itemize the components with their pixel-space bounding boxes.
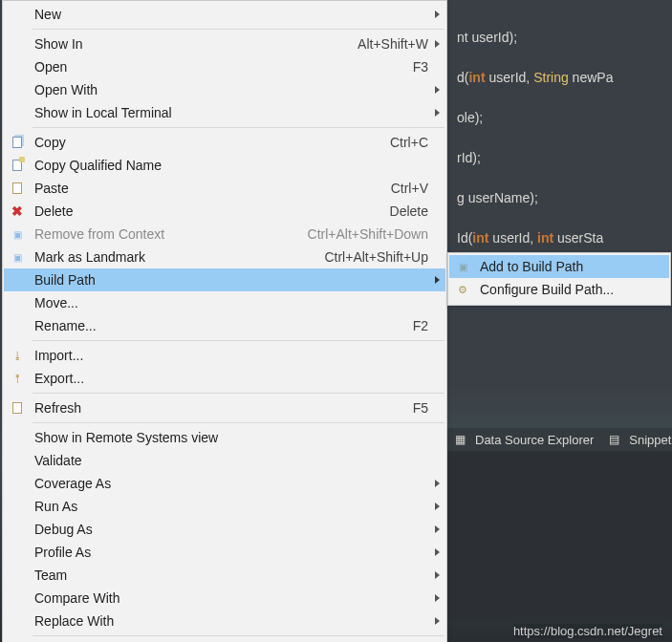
paste-icon <box>10 181 25 196</box>
code-line: nt userId); <box>457 30 517 45</box>
separator <box>33 127 444 128</box>
chevron-right-icon <box>435 617 440 625</box>
menu-run-as[interactable]: Run As <box>4 495 445 518</box>
menu-shortcut: Ctrl+C <box>390 135 428 150</box>
views-tab-bar: ▦ Data Source Explorer ▤ Snippet <box>447 428 672 451</box>
import-icon: ⭳ <box>10 348 25 363</box>
code-line: rId); <box>457 150 481 165</box>
menu-shortcut: Ctrl+Alt+Shift+Down <box>308 226 428 242</box>
menu-label: Configure Build Path... <box>480 282 660 297</box>
menu-label: Validate <box>34 453 428 468</box>
menu-label: Show in Local Terminal <box>34 105 428 120</box>
chevron-right-icon <box>435 548 440 556</box>
snippets-icon: ▤ <box>609 433 619 446</box>
export-icon: ⭱ <box>10 371 25 386</box>
menu-show-remote-systems[interactable]: Show in Remote Systems view <box>4 426 445 449</box>
menu-label: Import... <box>34 348 428 363</box>
menu-label: Refresh <box>34 400 413 416</box>
menu-paste[interactable]: Paste Ctrl+V <box>4 177 445 200</box>
menu-compare-with[interactable]: Compare With <box>4 587 445 610</box>
menu-shortcut: Ctrl+V <box>391 181 428 196</box>
menu-label: Show In <box>34 36 358 52</box>
menu-label: Build Path <box>34 272 428 288</box>
menu-profile-as[interactable]: Profile As <box>4 541 445 564</box>
delete-icon: ✖ <box>10 203 25 219</box>
chevron-right-icon <box>435 503 440 510</box>
code-line: d(int userId, String newPa <box>457 70 613 85</box>
chevron-right-icon <box>435 86 440 94</box>
context-menu: New Show In Alt+Shift+W Open F3 Open Wit… <box>2 0 447 642</box>
tab-data-source-explorer[interactable]: Data Source Explorer <box>475 433 594 447</box>
lower-panel <box>447 451 672 621</box>
menu-new[interactable]: New <box>4 3 445 26</box>
chevron-right-icon <box>435 276 440 284</box>
menu-team[interactable]: Team <box>4 564 445 587</box>
menu-shortcut: Delete <box>390 203 428 219</box>
menu-move[interactable]: Move... <box>4 291 445 314</box>
menu-label: Coverage As <box>34 476 428 491</box>
menu-build-path[interactable]: Build Path <box>4 268 445 291</box>
tab-snippets[interactable]: Snippet <box>629 433 671 447</box>
menu-label: Export... <box>34 371 428 386</box>
context-remove-icon: ▣ <box>10 226 25 242</box>
menu-shortcut: F5 <box>413 400 428 416</box>
chevron-right-icon <box>435 525 440 533</box>
menu-shortcut: Alt+Shift+W <box>358 36 428 52</box>
menu-refresh[interactable]: Refresh F5 <box>4 396 445 419</box>
menu-shortcut: F2 <box>413 318 428 333</box>
menu-label: Copy <box>34 135 390 150</box>
menu-open[interactable]: Open F3 <box>4 55 445 78</box>
menu-open-with[interactable]: Open With <box>4 78 445 101</box>
chevron-right-icon <box>435 40 440 48</box>
menu-rename[interactable]: Rename... F2 <box>4 314 445 337</box>
menu-copy-qualified-name[interactable]: Copy Qualified Name <box>4 154 445 177</box>
menu-label: Delete <box>34 203 390 219</box>
copy-qualified-icon <box>10 158 25 173</box>
menu-label: Add to Build Path <box>480 259 660 274</box>
separator <box>33 635 444 636</box>
chevron-right-icon <box>435 571 440 579</box>
menu-copy[interactable]: Copy Ctrl+C <box>4 131 445 154</box>
separator <box>33 422 444 423</box>
chevron-right-icon <box>435 480 440 487</box>
landmark-icon: ▣ <box>10 249 25 265</box>
menu-label: Show in Remote Systems view <box>34 430 428 445</box>
menu-remove-from-context: ▣ Remove from Context Ctrl+Alt+Shift+Dow… <box>4 223 445 246</box>
menu-label: Copy Qualified Name <box>34 158 428 173</box>
submenu-add-to-build-path[interactable]: ▣ Add to Build Path <box>449 255 669 278</box>
menu-label: Run As <box>34 499 428 514</box>
refresh-icon <box>10 400 25 416</box>
menu-label: Rename... <box>34 318 413 333</box>
code-line: ole); <box>457 110 483 125</box>
menu-coverage-as[interactable]: Coverage As <box>4 472 445 495</box>
menu-label: Remove from Context <box>34 226 308 242</box>
gear-icon: ⚙ <box>455 282 470 297</box>
code-line: Id(int userId, int userSta <box>457 230 603 246</box>
menu-shortcut: Ctrl+Alt+Shift+Up <box>324 249 428 265</box>
menu-delete[interactable]: ✖ Delete Delete <box>4 200 445 223</box>
menu-show-local-terminal[interactable]: Show in Local Terminal <box>4 101 445 124</box>
menu-import[interactable]: ⭳ Import... <box>4 344 445 367</box>
menu-label: Paste <box>34 181 391 196</box>
submenu-configure-build-path[interactable]: ⚙ Configure Build Path... <box>449 278 669 301</box>
menu-label: Move... <box>34 295 428 310</box>
data-source-icon: ▦ <box>455 433 466 446</box>
separator <box>33 393 444 394</box>
menu-label: Compare With <box>34 590 428 606</box>
menu-mark-as-landmark[interactable]: ▣ Mark as Landmark Ctrl+Alt+Shift+Up <box>4 246 445 268</box>
separator <box>33 340 444 341</box>
code-line: g userName); <box>457 190 538 205</box>
menu-label: Open With <box>34 82 428 97</box>
menu-debug-as[interactable]: Debug As <box>4 518 445 541</box>
menu-shortcut: F3 <box>413 59 428 75</box>
menu-replace-with[interactable]: Replace With <box>4 610 445 632</box>
menu-validate[interactable]: Validate <box>4 449 445 472</box>
menu-show-in[interactable]: Show In Alt+Shift+W <box>4 32 445 55</box>
chevron-right-icon <box>435 594 440 602</box>
copy-icon <box>10 135 25 150</box>
jar-icon: ▣ <box>455 259 470 274</box>
chevron-right-icon <box>435 11 440 18</box>
menu-label: Profile As <box>34 545 428 560</box>
menu-export[interactable]: ⭱ Export... <box>4 367 445 390</box>
menu-label: Replace With <box>34 613 428 629</box>
